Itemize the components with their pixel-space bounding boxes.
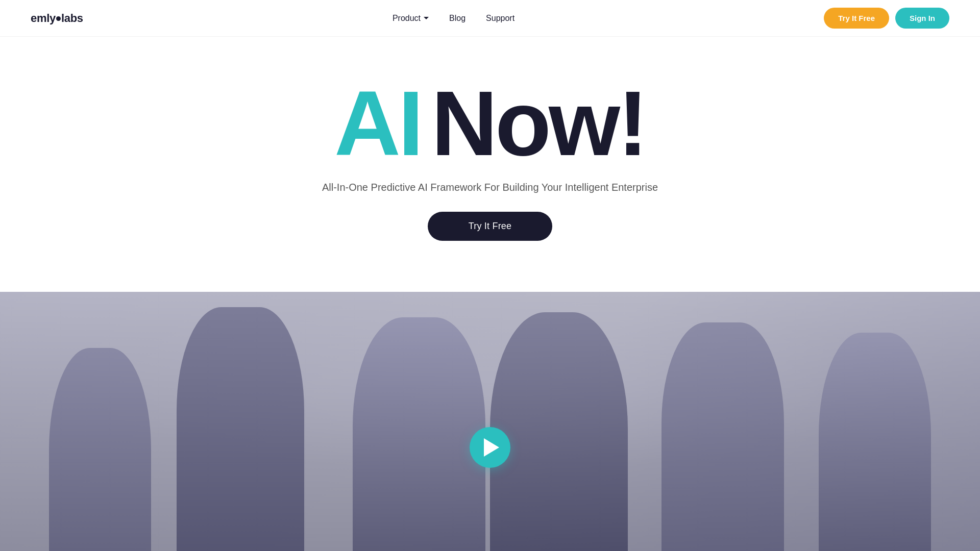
nav-item-blog[interactable]: Blog [449,14,465,23]
person-silhouette-2 [177,307,304,551]
person-silhouette-4 [490,312,628,551]
hero-now-text: Now! [431,78,646,169]
person-silhouette-1 [49,348,151,551]
try-free-button[interactable]: Try It Free [824,8,889,29]
nav-item-support[interactable]: Support [486,14,514,23]
logo-text: emlylabs [31,12,83,25]
person-silhouette-6 [819,333,931,551]
nav-blog-label: Blog [449,14,465,22]
nav-links: Product Blog Support [393,14,514,23]
nav-buttons: Try It Free Sign In [824,8,949,29]
person-silhouette-5 [662,322,784,551]
nav-product-link[interactable]: Product [393,14,429,23]
play-button[interactable] [470,427,510,468]
logo-link[interactable]: emlylabs [31,12,83,25]
video-thumbnail[interactable] [0,292,980,551]
navbar: emlylabs Product Blog Support Try It Fre… [0,0,980,37]
sign-in-button[interactable]: Sign In [895,8,949,29]
nav-blog-link[interactable]: Blog [449,14,465,22]
video-section [0,292,980,551]
hero-title: AI Now! [334,78,646,169]
nav-support-label: Support [486,14,514,22]
nav-item-product[interactable]: Product [393,14,429,23]
person-silhouette-3 [353,317,485,551]
hero-section: AI Now! All-In-One Predictive AI Framewo… [0,37,980,271]
chevron-down-icon [424,17,429,19]
nav-support-link[interactable]: Support [486,14,514,22]
play-icon [484,438,499,457]
hero-subtitle: All-In-One Predictive AI Framework For B… [322,182,658,193]
hero-ai-text: AI [334,78,421,169]
nav-product-label: Product [393,14,421,23]
hero-cta-button[interactable]: Try It Free [428,212,553,241]
